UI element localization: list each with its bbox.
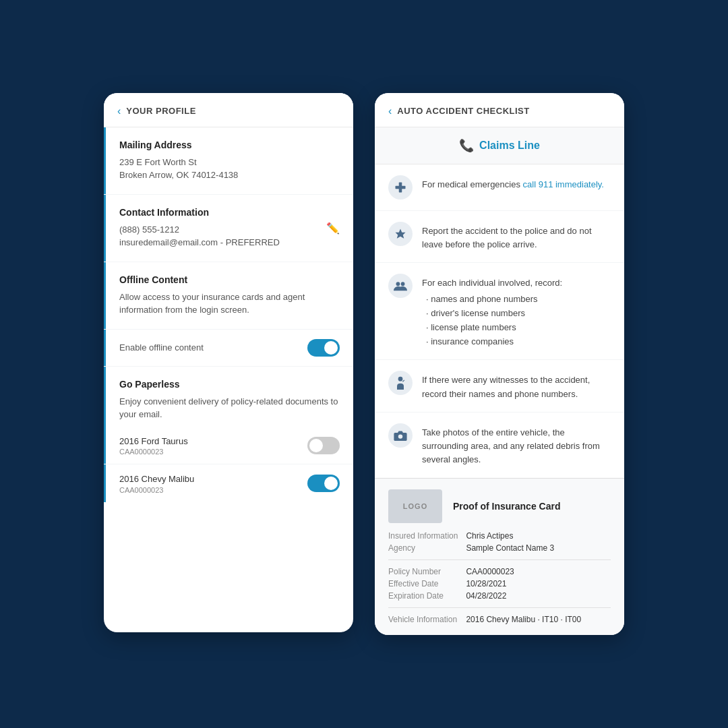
claims-line-bar[interactable]: 📞 Claims Line <box>375 127 624 164</box>
vehicle-2-name: 2016 Chevy Malibu <box>119 473 194 486</box>
vehicle-1-toggle[interactable] <box>307 437 340 454</box>
vehicle-info-value: 2016 Chevy Malibu · IT10 · IT00 <box>466 615 611 624</box>
expiration-date-value: 04/28/2022 <box>466 591 611 601</box>
checklist-item-2: Report the accident to the police and do… <box>375 211 624 262</box>
policy-number-label: Policy Number <box>388 567 458 576</box>
svg-point-4 <box>401 282 405 286</box>
info-divider-1 <box>388 559 611 560</box>
insured-label: Insured Information <box>388 531 458 541</box>
offline-toggle-knob <box>324 341 338 355</box>
individual-bullets: names and phone numbers driver's license… <box>422 293 611 348</box>
offline-content-section: Offline Content Allow access to your ins… <box>104 262 353 329</box>
edit-icon[interactable]: ✏️ <box>326 222 340 235</box>
screens-container: ‹ YOUR PROFILE Mailing Address 239 E For… <box>104 93 624 635</box>
info-divider-2 <box>388 607 611 608</box>
offline-toggle-label: Enable offline content <box>119 342 204 353</box>
bullet-1: names and phone numbers <box>426 293 611 307</box>
checklist-text-4: If there were any witnesses to the accid… <box>422 371 611 400</box>
claims-line-label: Claims Line <box>479 140 540 152</box>
agency-value: Sample Contact Name 3 <box>466 543 611 553</box>
svg-point-3 <box>396 282 400 286</box>
medical-icon <box>388 175 413 200</box>
bullet-4: insurance companies <box>426 335 611 349</box>
profile-body: Mailing Address 239 E Fort Worth St Brok… <box>104 127 353 502</box>
witness-icon <box>388 371 413 395</box>
proof-of-insurance-title: Proof of Insurance Card <box>453 501 560 512</box>
checklist-text-2: Report the accident to the police and do… <box>422 222 611 251</box>
checklist-text-3: For each individual involved, record: na… <box>422 274 611 348</box>
checklist-body: For medical emergencies call 911 immedia… <box>375 164 624 477</box>
accident-card: ‹ AUTO ACCIDENT CHECKLIST 📞 Claims Line … <box>375 93 624 635</box>
svg-marker-2 <box>396 229 406 238</box>
offline-content-title: Offline Content <box>119 274 340 285</box>
vehicle-1-name: 2016 Ford Taurus <box>119 435 188 448</box>
insured-value: Chris Actipes <box>466 531 611 541</box>
insurance-card-header: LOGO Proof of Insurance Card <box>388 489 611 523</box>
expiration-date-label: Expiration Date <box>388 591 458 601</box>
checklist-item-4: If there were any witnesses to the accid… <box>375 360 624 411</box>
svg-rect-1 <box>396 186 406 189</box>
insurance-logo: LOGO <box>388 489 442 523</box>
checklist-text-5: Take photos of the entire vehicle, the s… <box>422 423 611 466</box>
paperless-desc: Enjoy convenient delivery of policy-rela… <box>119 395 340 421</box>
checklist-item-1: For medical emergencies call 911 immedia… <box>375 164 624 210</box>
profile-card: ‹ YOUR PROFILE Mailing Address 239 E For… <box>104 93 353 632</box>
vehicle-1-toggle-knob <box>309 439 323 452</box>
contact-info-title: Contact Information <box>119 207 340 218</box>
vehicle-info-label: Vehicle Information <box>388 615 458 624</box>
profile-title: YOUR PROFILE <box>126 106 196 116</box>
checklist-item-5: Take photos of the entire vehicle, the s… <box>375 413 624 477</box>
vehicle-1-policy: CAA0000023 <box>119 448 188 456</box>
offline-toggle-row: Enable offline content <box>104 330 353 366</box>
contact-email: insuredemail@email.com - PREFERRED <box>119 236 340 249</box>
paperless-title: Go Paperless <box>119 379 340 390</box>
vehicle-2-block: 2016 Chevy Malibu CAA0000023 <box>104 464 353 502</box>
paperless-section: Go Paperless Enjoy convenient delivery o… <box>104 367 353 427</box>
bullet-3: license plate numbers <box>426 321 611 335</box>
svg-line-6 <box>402 380 404 382</box>
insurance-card-section: LOGO Proof of Insurance Card Insured Inf… <box>375 478 624 635</box>
vehicle-2-policy: CAA0000023 <box>119 486 194 494</box>
checklist-item-3: For each individual involved, record: na… <box>375 263 624 359</box>
offline-content-desc: Allow access to your insurance cards and… <box>119 291 340 317</box>
svg-point-5 <box>398 377 403 382</box>
vehicle-2-toggle[interactable] <box>307 475 340 492</box>
mailing-address-title: Mailing Address <box>119 140 340 150</box>
accident-title: AUTO ACCIDENT CHECKLIST <box>397 106 529 116</box>
policy-number-value: CAA0000023 <box>466 567 611 576</box>
call-911-link[interactable]: call 911 immediately. <box>523 179 604 189</box>
svg-point-7 <box>398 434 402 438</box>
camera-icon <box>388 423 413 448</box>
agency-label: Agency <box>388 543 458 553</box>
contact-phone: (888) 555-1212 <box>119 223 340 237</box>
accident-header: ‹ AUTO ACCIDENT CHECKLIST <box>375 93 624 127</box>
people-icon <box>388 274 413 298</box>
effective-date-label: Effective Date <box>388 579 458 588</box>
bullet-2: driver's license numbers <box>426 307 611 321</box>
contact-info-section: Contact Information (888) 555-1212 insur… <box>104 195 353 262</box>
effective-date-value: 10/28/2021 <box>466 579 611 588</box>
mailing-address-line2: Broken Arrow, OK 74012-4138 <box>119 169 340 182</box>
police-icon <box>388 222 413 246</box>
mailing-address-line1: 239 E Fort Worth St <box>119 156 340 169</box>
phone-icon: 📞 <box>459 138 474 153</box>
checklist-text-1: For medical emergencies call 911 immedia… <box>422 175 611 191</box>
vehicle-2-toggle-knob <box>324 477 338 490</box>
back-icon[interactable]: ‹ <box>117 105 121 117</box>
vehicle-1-block: 2016 Ford Taurus CAA0000023 <box>104 427 353 464</box>
insurance-info-grid: Insured Information Chris Actipes Agency… <box>388 531 611 624</box>
profile-header: ‹ YOUR PROFILE <box>104 93 353 127</box>
offline-toggle[interactable] <box>307 339 340 357</box>
accident-back-icon[interactable]: ‹ <box>388 105 392 117</box>
mailing-address-section: Mailing Address 239 E Fort Worth St Brok… <box>104 127 353 194</box>
